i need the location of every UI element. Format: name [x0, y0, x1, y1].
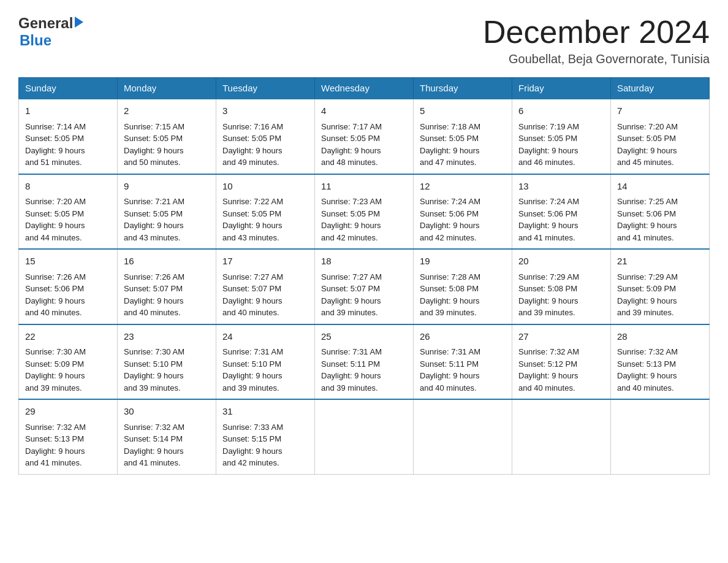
- title-section: December 2024 Goubellat, Beja Governorat…: [483, 15, 710, 66]
- day-info: Sunrise: 7:20 AMSunset: 5:05 PMDaylight:…: [617, 122, 678, 167]
- day-info: Sunrise: 7:27 AMSunset: 5:07 PMDaylight:…: [222, 272, 283, 318]
- day-number: 4: [321, 104, 407, 118]
- calendar-cell: 7Sunrise: 7:20 AMSunset: 5:05 PMDaylight…: [611, 99, 710, 174]
- calendar-cell: 16Sunrise: 7:26 AMSunset: 5:07 PMDayligh…: [118, 249, 216, 324]
- day-header-friday: Friday: [512, 78, 611, 99]
- day-number: 25: [321, 330, 407, 344]
- day-info: Sunrise: 7:26 AMSunset: 5:07 PMDaylight:…: [124, 272, 184, 318]
- calendar-cell: 15Sunrise: 7:26 AMSunset: 5:06 PMDayligh…: [19, 249, 118, 324]
- day-info: Sunrise: 7:20 AMSunset: 5:05 PMDaylight:…: [25, 197, 86, 242]
- day-number: 17: [222, 255, 308, 269]
- day-number: 12: [420, 180, 506, 194]
- calendar-header-row: SundayMondayTuesdayWednesdayThursdayFrid…: [19, 78, 710, 99]
- calendar-cell: 12Sunrise: 7:24 AMSunset: 5:06 PMDayligh…: [414, 174, 512, 250]
- day-info: Sunrise: 7:28 AMSunset: 5:08 PMDaylight:…: [420, 272, 480, 318]
- day-info: Sunrise: 7:15 AMSunset: 5:05 PMDaylight:…: [124, 122, 184, 167]
- calendar-cell: 3Sunrise: 7:16 AMSunset: 5:05 PMDaylight…: [216, 99, 315, 174]
- day-number: 27: [518, 330, 604, 344]
- calendar-cell: [611, 399, 710, 474]
- day-number: 24: [222, 330, 308, 344]
- day-info: Sunrise: 7:33 AMSunset: 5:15 PMDaylight:…: [222, 423, 283, 468]
- calendar-cell: 4Sunrise: 7:17 AMSunset: 5:05 PMDaylight…: [315, 99, 414, 174]
- day-number: 16: [124, 255, 210, 269]
- day-number: 6: [518, 104, 604, 118]
- day-number: 9: [124, 180, 210, 194]
- day-info: Sunrise: 7:27 AMSunset: 5:07 PMDaylight:…: [321, 272, 382, 318]
- calendar-week-row: 22Sunrise: 7:30 AMSunset: 5:09 PMDayligh…: [19, 324, 710, 400]
- day-info: Sunrise: 7:32 AMSunset: 5:13 PMDaylight:…: [617, 347, 678, 393]
- day-info: Sunrise: 7:21 AMSunset: 5:05 PMDaylight:…: [124, 197, 184, 242]
- calendar-cell: 22Sunrise: 7:30 AMSunset: 5:09 PMDayligh…: [19, 324, 118, 400]
- day-number: 22: [25, 330, 111, 344]
- calendar-cell: 9Sunrise: 7:21 AMSunset: 5:05 PMDaylight…: [118, 174, 216, 250]
- calendar-table: SundayMondayTuesdayWednesdayThursdayFrid…: [18, 77, 710, 475]
- logo-arrow-icon: [75, 17, 83, 28]
- day-number: 29: [25, 405, 111, 419]
- calendar-cell: 1Sunrise: 7:14 AMSunset: 5:05 PMDaylight…: [19, 99, 118, 174]
- day-info: Sunrise: 7:26 AMSunset: 5:06 PMDaylight:…: [25, 272, 86, 318]
- logo-blue-text: Blue: [20, 32, 51, 48]
- day-number: 1: [25, 104, 111, 118]
- day-info: Sunrise: 7:31 AMSunset: 5:10 PMDaylight:…: [222, 347, 283, 393]
- day-number: 30: [124, 405, 210, 419]
- day-number: 19: [420, 255, 506, 269]
- calendar-week-row: 1Sunrise: 7:14 AMSunset: 5:05 PMDaylight…: [19, 99, 710, 174]
- calendar-cell: [414, 399, 512, 474]
- day-header-wednesday: Wednesday: [315, 78, 414, 99]
- day-info: Sunrise: 7:25 AMSunset: 5:06 PMDaylight:…: [617, 197, 678, 242]
- calendar-week-row: 8Sunrise: 7:20 AMSunset: 5:05 PMDaylight…: [19, 174, 710, 250]
- calendar-cell: 11Sunrise: 7:23 AMSunset: 5:05 PMDayligh…: [315, 174, 414, 250]
- day-info: Sunrise: 7:32 AMSunset: 5:12 PMDaylight:…: [518, 347, 579, 393]
- calendar-cell: 24Sunrise: 7:31 AMSunset: 5:10 PMDayligh…: [216, 324, 315, 400]
- calendar-cell: 19Sunrise: 7:28 AMSunset: 5:08 PMDayligh…: [414, 249, 512, 324]
- day-info: Sunrise: 7:32 AMSunset: 5:14 PMDaylight:…: [124, 423, 184, 468]
- day-info: Sunrise: 7:30 AMSunset: 5:10 PMDaylight:…: [124, 347, 184, 393]
- day-header-saturday: Saturday: [611, 78, 710, 99]
- day-info: Sunrise: 7:32 AMSunset: 5:13 PMDaylight:…: [25, 423, 86, 468]
- day-info: Sunrise: 7:16 AMSunset: 5:05 PMDaylight:…: [222, 122, 283, 167]
- calendar-cell: 26Sunrise: 7:31 AMSunset: 5:11 PMDayligh…: [414, 324, 512, 400]
- calendar-cell: 31Sunrise: 7:33 AMSunset: 5:15 PMDayligh…: [216, 399, 315, 474]
- day-number: 18: [321, 255, 407, 269]
- calendar-cell: 29Sunrise: 7:32 AMSunset: 5:13 PMDayligh…: [19, 399, 118, 474]
- day-info: Sunrise: 7:24 AMSunset: 5:06 PMDaylight:…: [518, 197, 579, 242]
- calendar-cell: [315, 399, 414, 474]
- calendar-cell: 14Sunrise: 7:25 AMSunset: 5:06 PMDayligh…: [611, 174, 710, 250]
- calendar-week-row: 15Sunrise: 7:26 AMSunset: 5:06 PMDayligh…: [19, 249, 710, 324]
- calendar-week-row: 29Sunrise: 7:32 AMSunset: 5:13 PMDayligh…: [19, 399, 710, 474]
- day-info: Sunrise: 7:22 AMSunset: 5:05 PMDaylight:…: [222, 197, 283, 242]
- calendar-cell: 23Sunrise: 7:30 AMSunset: 5:10 PMDayligh…: [118, 324, 216, 400]
- calendar-cell: 13Sunrise: 7:24 AMSunset: 5:06 PMDayligh…: [512, 174, 611, 250]
- day-info: Sunrise: 7:23 AMSunset: 5:05 PMDaylight:…: [321, 197, 382, 242]
- calendar-cell: 5Sunrise: 7:18 AMSunset: 5:05 PMDaylight…: [414, 99, 512, 174]
- calendar-cell: 6Sunrise: 7:19 AMSunset: 5:05 PMDaylight…: [512, 99, 611, 174]
- day-info: Sunrise: 7:14 AMSunset: 5:05 PMDaylight:…: [25, 122, 86, 167]
- calendar-cell: 25Sunrise: 7:31 AMSunset: 5:11 PMDayligh…: [315, 324, 414, 400]
- calendar-cell: 10Sunrise: 7:22 AMSunset: 5:05 PMDayligh…: [216, 174, 315, 250]
- day-number: 28: [617, 330, 703, 344]
- day-number: 20: [518, 255, 604, 269]
- day-number: 5: [420, 104, 506, 118]
- calendar-cell: 8Sunrise: 7:20 AMSunset: 5:05 PMDaylight…: [19, 174, 118, 250]
- day-info: Sunrise: 7:19 AMSunset: 5:05 PMDaylight:…: [518, 122, 579, 167]
- calendar-cell: 27Sunrise: 7:32 AMSunset: 5:12 PMDayligh…: [512, 324, 611, 400]
- calendar-cell: 17Sunrise: 7:27 AMSunset: 5:07 PMDayligh…: [216, 249, 315, 324]
- day-number: 21: [617, 255, 703, 269]
- location-title: Goubellat, Beja Governorate, Tunisia: [483, 52, 710, 66]
- day-info: Sunrise: 7:29 AMSunset: 5:08 PMDaylight:…: [518, 272, 579, 318]
- day-info: Sunrise: 7:24 AMSunset: 5:06 PMDaylight:…: [420, 197, 480, 242]
- day-header-thursday: Thursday: [414, 78, 512, 99]
- day-number: 13: [518, 180, 604, 194]
- calendar-cell: 21Sunrise: 7:29 AMSunset: 5:09 PMDayligh…: [611, 249, 710, 324]
- calendar-cell: 28Sunrise: 7:32 AMSunset: 5:13 PMDayligh…: [611, 324, 710, 400]
- day-number: 8: [25, 180, 111, 194]
- calendar-cell: 2Sunrise: 7:15 AMSunset: 5:05 PMDaylight…: [118, 99, 216, 174]
- day-number: 3: [222, 104, 308, 118]
- calendar-cell: [512, 399, 611, 474]
- day-number: 26: [420, 330, 506, 344]
- month-title: December 2024: [483, 15, 710, 50]
- calendar-cell: 30Sunrise: 7:32 AMSunset: 5:14 PMDayligh…: [118, 399, 216, 474]
- logo: General Blue: [18, 15, 83, 49]
- day-info: Sunrise: 7:17 AMSunset: 5:05 PMDaylight:…: [321, 122, 382, 167]
- day-number: 7: [617, 104, 703, 118]
